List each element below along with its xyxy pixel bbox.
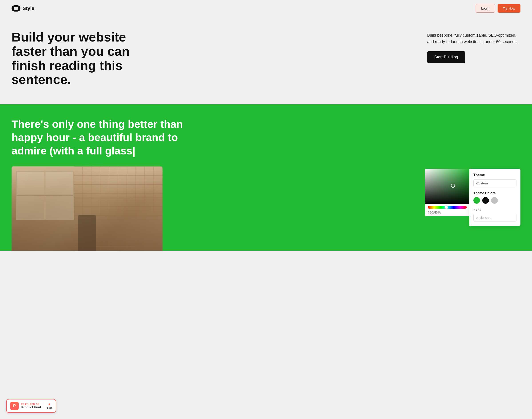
- hero-description: Build bespoke, fully customizable, SEO-o…: [427, 32, 520, 45]
- color-picker-container: #36AE4A: [425, 169, 469, 226]
- ph-arrow-icon: ▲: [48, 402, 51, 406]
- ph-count: ▲ 170: [44, 402, 52, 410]
- color-dot-silver[interactable]: [491, 197, 498, 204]
- picker-bottom: #36AE4A: [425, 204, 469, 216]
- green-section: There's only one thing better than happy…: [0, 104, 532, 251]
- login-button[interactable]: Login: [476, 4, 495, 13]
- window-pane: [17, 171, 45, 195]
- window-panes: [16, 171, 74, 220]
- green-tagline: There's only one thing better than happy…: [12, 118, 211, 157]
- office-image: [12, 166, 162, 251]
- font-value[interactable]: Style Sans: [473, 214, 517, 222]
- color-dot-black[interactable]: [482, 197, 489, 204]
- ph-name: Product Hunt: [21, 406, 41, 409]
- panel-wrapper: #36AE4A Theme Custom Theme Colors Font S…: [425, 169, 520, 226]
- color-dots: [473, 197, 517, 204]
- window-pane: [17, 196, 45, 219]
- theme-label: Theme: [473, 173, 517, 177]
- ph-featured-label: FEATURED ON: [21, 403, 41, 406]
- theme-colors-label: Theme Colors: [473, 191, 517, 195]
- window-pane: [45, 196, 73, 219]
- try-now-button[interactable]: Try Now: [498, 4, 520, 13]
- hex-value: #36AE4A: [428, 211, 441, 214]
- rainbow-thumb: [444, 206, 448, 209]
- ph-number: 170: [47, 406, 52, 410]
- picker-dot: [451, 184, 455, 188]
- product-hunt-badge[interactable]: P FEATURED ON Product Hunt ▲ 170: [6, 399, 56, 413]
- hero-section: Build your website faster than you can f…: [0, 17, 532, 104]
- color-dot-green[interactable]: [473, 197, 480, 204]
- hero-left: Build your website faster than you can f…: [12, 30, 414, 87]
- font-label: Font: [473, 208, 517, 211]
- brick-wall: [74, 166, 162, 251]
- logo-icon: [12, 5, 20, 12]
- theme-value[interactable]: Custom: [473, 179, 517, 187]
- hero-title: Build your website faster than you can f…: [12, 30, 145, 87]
- logo-text: Style: [23, 6, 34, 11]
- navbar: Style Login Try Now: [0, 0, 532, 17]
- image-row: #36AE4A Theme Custom Theme Colors Font S…: [12, 166, 520, 251]
- nav-buttons: Login Try Now: [476, 4, 520, 13]
- ph-text: FEATURED ON Product Hunt: [21, 403, 41, 409]
- hero-right: Build bespoke, fully customizable, SEO-o…: [427, 30, 520, 63]
- ph-icon-letter: P: [13, 404, 16, 408]
- start-building-button[interactable]: Start Building: [427, 51, 465, 63]
- color-picker-gradient[interactable]: [425, 169, 469, 204]
- theme-panel: Theme Custom Theme Colors Font Style San…: [469, 169, 520, 226]
- logo: Style: [12, 5, 34, 12]
- product-hunt-icon: P: [10, 402, 19, 410]
- window-pane: [45, 171, 73, 195]
- rainbow-slider[interactable]: [428, 206, 467, 209]
